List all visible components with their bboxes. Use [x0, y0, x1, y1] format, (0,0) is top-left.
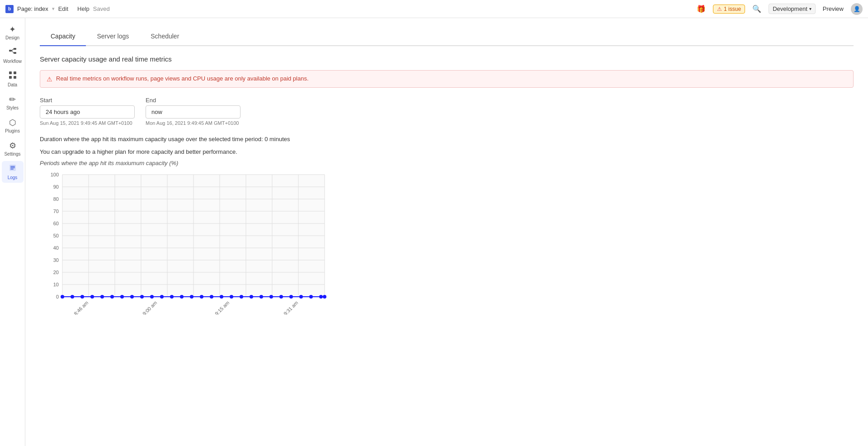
- sidebar-item-label: Styles: [6, 105, 19, 110]
- svg-rect-2: [14, 52, 16, 54]
- svg-text:100: 100: [51, 172, 59, 177]
- edit-nav[interactable]: Edit: [58, 5, 68, 12]
- page-icon: b: [5, 5, 14, 13]
- svg-point-50: [80, 295, 84, 299]
- issue-badge[interactable]: ⚠ 1 issue: [713, 5, 745, 14]
- workflow-icon: [9, 47, 17, 58]
- topbar-nav: Edit Help: [58, 5, 90, 12]
- svg-text:20: 20: [53, 270, 59, 275]
- svg-point-62: [200, 295, 203, 299]
- upgrade-text: You can upgrade to a higher plan for mor…: [40, 147, 854, 157]
- end-input[interactable]: [146, 105, 241, 119]
- chart-label: Periods where the app hit its maxiumum c…: [40, 160, 854, 166]
- tab-scheduler[interactable]: Scheduler: [140, 27, 190, 46]
- sidebar-item-styles[interactable]: ✏ Styles: [2, 92, 24, 113]
- preview-button[interactable]: Preview: [823, 5, 844, 12]
- end-subtitle: Mon Aug 16, 2021 9:49:45 AM GMT+0100: [146, 120, 241, 126]
- svg-text:30: 30: [53, 257, 59, 263]
- sidebar-item-logs[interactable]: Logs: [2, 161, 24, 183]
- svg-text:50: 50: [53, 233, 59, 238]
- start-field: Start Sun Aug 15, 2021 9:49:45 AM GMT+01…: [40, 97, 135, 126]
- gift-icon[interactable]: 🎁: [697, 5, 706, 13]
- start-label: Start: [40, 97, 135, 104]
- help-nav[interactable]: Help: [77, 5, 90, 12]
- svg-text:80: 80: [53, 196, 59, 202]
- svg-point-61: [190, 295, 193, 299]
- logs-icon: [9, 164, 17, 174]
- sidebar-item-settings[interactable]: ⚙ Settings: [2, 138, 24, 159]
- dropdown-arrow-icon[interactable]: ▾: [52, 6, 55, 12]
- svg-text:70: 70: [53, 209, 59, 214]
- warning-text: Real time metrics on workflow runs, page…: [56, 75, 309, 82]
- sidebar-item-label: Plugins: [5, 128, 20, 133]
- svg-point-69: [269, 295, 273, 299]
- sidebar: ✦ Design Workflow Data ✏ Styles: [0, 18, 25, 324]
- svg-text:60: 60: [53, 221, 59, 226]
- svg-text:0: 0: [56, 294, 59, 299]
- svg-rect-11: [10, 167, 15, 168]
- duration-text: Duration where the app hit its maximum c…: [40, 135, 854, 144]
- start-input[interactable]: [40, 105, 135, 119]
- svg-point-52: [100, 295, 104, 299]
- topbar-right: 🎁 ⚠ 1 issue 🔍 Development ▾ Preview 👤: [697, 3, 863, 15]
- svg-point-74: [319, 295, 323, 299]
- styles-icon: ✏: [9, 95, 16, 104]
- settings-icon: ⚙: [9, 141, 16, 151]
- issue-count: 1 issue: [724, 6, 741, 12]
- chart-container: 100 90 80 70 60 50 40 30 20 10 0: [40, 170, 329, 315]
- sidebar-item-design[interactable]: ✦ Design: [2, 22, 24, 43]
- sidebar-item-label: Logs: [8, 175, 18, 180]
- plugins-icon: ⬡: [9, 118, 16, 128]
- svg-point-51: [90, 295, 94, 299]
- svg-point-49: [71, 295, 74, 299]
- svg-point-56: [140, 295, 144, 299]
- svg-text:90: 90: [53, 184, 59, 190]
- svg-point-53: [110, 295, 114, 299]
- svg-rect-7: [9, 76, 12, 79]
- warning-banner: ⚠ Real time metrics on workflow runs, pa…: [40, 70, 854, 88]
- svg-text:9:31 am: 9:31 am: [283, 300, 299, 315]
- data-icon: [9, 71, 17, 81]
- chevron-down-icon: ▾: [809, 6, 811, 11]
- page-title: Page: index: [17, 5, 48, 12]
- main-content: Capacity Server logs Scheduler Server ca…: [25, 18, 868, 324]
- page-heading: Server capacity usage and real time metr…: [40, 55, 854, 63]
- svg-line-4: [12, 51, 14, 53]
- svg-point-57: [150, 295, 154, 299]
- warning-triangle-icon: ⚠: [47, 76, 52, 83]
- svg-point-66: [240, 295, 243, 299]
- svg-text:40: 40: [53, 245, 59, 251]
- tab-capacity[interactable]: Capacity: [40, 27, 86, 46]
- svg-point-63: [210, 295, 213, 299]
- env-selector[interactable]: Development ▾: [769, 4, 816, 14]
- svg-point-48: [61, 295, 64, 299]
- search-icon[interactable]: 🔍: [752, 5, 761, 13]
- svg-rect-10: [10, 166, 15, 167]
- svg-rect-1: [14, 48, 16, 50]
- env-label: Development: [773, 5, 807, 12]
- sidebar-item-label: Design: [5, 35, 19, 40]
- time-row: Start Sun Aug 15, 2021 9:49:45 AM GMT+01…: [40, 97, 854, 126]
- sidebar-item-label: Workflow: [3, 59, 22, 64]
- svg-point-70: [279, 295, 283, 299]
- svg-point-59: [170, 295, 174, 299]
- svg-text:9:15 am: 9:15 am: [214, 300, 231, 315]
- tab-server-logs[interactable]: Server logs: [86, 27, 140, 46]
- svg-point-55: [130, 295, 134, 299]
- svg-text:10: 10: [53, 282, 59, 287]
- user-avatar[interactable]: 👤: [851, 3, 863, 15]
- svg-rect-12: [10, 169, 14, 170]
- svg-point-60: [180, 295, 184, 299]
- warning-icon: ⚠: [717, 6, 722, 12]
- svg-rect-0: [9, 50, 12, 52]
- sidebar-item-workflow[interactable]: Workflow: [2, 45, 24, 66]
- sidebar-item-label: Data: [8, 82, 17, 87]
- topbar-left: b Page: index ▾ Edit Help Saved: [5, 5, 689, 13]
- svg-point-58: [160, 295, 164, 299]
- svg-text:8:46 am: 8:46 am: [73, 300, 90, 315]
- svg-text:9:00 am: 9:00 am: [142, 300, 158, 315]
- svg-point-65: [230, 295, 233, 299]
- svg-point-72: [299, 295, 303, 299]
- sidebar-item-data[interactable]: Data: [2, 68, 24, 90]
- sidebar-item-plugins[interactable]: ⬡ Plugins: [2, 115, 24, 136]
